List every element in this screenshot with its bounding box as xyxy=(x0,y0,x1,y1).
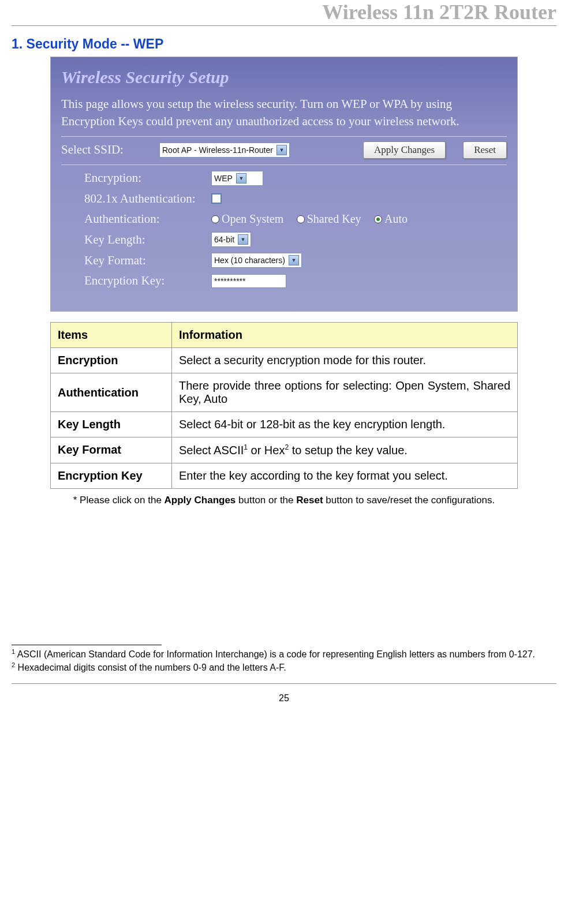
table-header-row: Items Information xyxy=(51,323,518,348)
cell-info: Select ASCII1 or Hex2 to setup the key v… xyxy=(172,437,518,463)
encryptionkey-label: Encryption Key: xyxy=(61,274,211,288)
keyformat-select[interactable]: Hex (10 characters) ▼ xyxy=(211,253,302,268)
info-table: Items Information Encryption Select a se… xyxy=(50,322,518,489)
panel-title: Wireless Security Setup xyxy=(61,68,507,87)
encryption-row: Encryption: WEP ▼ xyxy=(61,171,507,186)
authentication-label: Authentication: xyxy=(61,212,211,226)
footnote-2: 2 Hexadecimal digits consist of the numb… xyxy=(12,661,556,674)
keylength-label: Key Length: xyxy=(61,233,211,247)
auth-option-shared-key[interactable]: Shared Key xyxy=(297,212,361,226)
table-row: Encryption Select a security encryption … xyxy=(51,348,518,373)
authentication-row: Authentication: Open System Shared Key A… xyxy=(61,212,507,226)
keyformat-label: Key Format: xyxy=(61,253,211,268)
panel-description: This page allows you setup the wireless … xyxy=(61,95,507,130)
chevron-down-icon: ▼ xyxy=(238,234,248,245)
encryption-label: Encryption: xyxy=(61,171,211,185)
col-information: Information xyxy=(172,323,518,348)
page-number: 25 xyxy=(12,683,556,709)
document-header: Wireless 11n 2T2R Router xyxy=(12,0,556,26)
apply-reset-note: * Please click on the Apply Changes butt… xyxy=(50,495,518,506)
encryptionkey-value: ********** xyxy=(214,276,245,286)
table-row: Key Format Select ASCII1 or Hex2 to setu… xyxy=(51,437,518,463)
col-items: Items xyxy=(51,323,172,348)
keylength-select-value: 64-bit xyxy=(214,235,234,244)
footnote-ref-1: 1 xyxy=(244,443,248,451)
cell-item: Authentication xyxy=(51,373,172,412)
encryptionkey-row: Encryption Key: ********** xyxy=(61,274,507,288)
auth-option-open-system[interactable]: Open System xyxy=(211,212,283,226)
keylength-select[interactable]: 64-bit ▼ xyxy=(211,232,251,247)
radio-icon xyxy=(297,215,305,223)
footnote-1: 1 ASCII (American Standard Code for Info… xyxy=(12,648,556,661)
radio-icon xyxy=(211,215,219,223)
chevron-down-icon: ▼ xyxy=(236,173,246,184)
section-title: 1. Security Mode -- WEP xyxy=(12,36,556,52)
cell-item: Encryption xyxy=(51,348,172,373)
dot1x-checkbox[interactable] xyxy=(211,193,222,204)
dot1x-row: 802.1x Authentication: xyxy=(61,192,507,206)
encryption-select[interactable]: WEP ▼ xyxy=(211,171,263,186)
encryption-select-value: WEP xyxy=(214,174,233,183)
ssid-select-value: Root AP - Wireless-11n-Router xyxy=(162,145,273,155)
cell-info: Select a security encryption mode for th… xyxy=(172,348,518,373)
auth-option-auto[interactable]: Auto xyxy=(374,212,408,226)
keylength-row: Key Length: 64-bit ▼ xyxy=(61,232,507,247)
ssid-label: Select SSID: xyxy=(61,143,142,157)
keyformat-select-value: Hex (10 characters) xyxy=(214,256,285,265)
encryptionkey-input[interactable]: ********** xyxy=(211,274,286,288)
table-row: Key Length Select 64-bit or 128-bit as t… xyxy=(51,412,518,437)
cell-info: Enter the key according to the key forma… xyxy=(172,463,518,488)
authentication-radio-group: Open System Shared Key Auto xyxy=(211,212,418,226)
chevron-down-icon: ▼ xyxy=(276,145,287,155)
ssid-row: Select SSID: Root AP - Wireless-11n-Rout… xyxy=(61,141,507,159)
cell-item: Key Format xyxy=(51,437,172,463)
ssid-select[interactable]: Root AP - Wireless-11n-Router ▼ xyxy=(159,143,290,158)
apply-changes-button[interactable]: Apply Changes xyxy=(363,141,446,159)
divider xyxy=(61,136,507,137)
reset-button[interactable]: Reset xyxy=(463,141,507,159)
chevron-down-icon: ▼ xyxy=(289,255,299,265)
radio-icon xyxy=(374,215,382,223)
table-row: Encryption Key Enter the key according t… xyxy=(51,463,518,488)
divider xyxy=(61,164,507,165)
cell-item: Encryption Key xyxy=(51,463,172,488)
keyformat-row: Key Format: Hex (10 characters) ▼ xyxy=(61,253,507,268)
dot1x-label: 802.1x Authentication: xyxy=(61,192,211,206)
wireless-security-setup-panel: Wireless Security Setup This page allows… xyxy=(50,57,518,312)
table-row: Authentication There provide three optio… xyxy=(51,373,518,412)
cell-info: Select 64-bit or 128-bit as the key encr… xyxy=(172,412,518,437)
footnote-separator xyxy=(12,645,162,645)
cell-item: Key Length xyxy=(51,412,172,437)
screenshot-container: Wireless Security Setup This page allows… xyxy=(12,57,556,312)
cell-info: There provide three options for selectin… xyxy=(172,373,518,412)
